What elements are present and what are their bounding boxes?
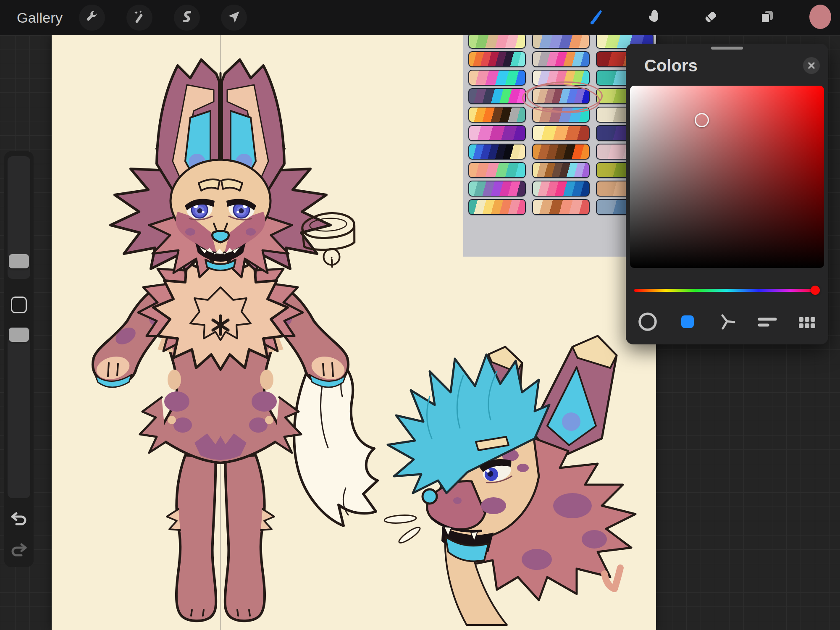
top-toolbar: Gallery	[0, 0, 840, 35]
undo-button[interactable]	[10, 511, 28, 528]
palette-card[interactable]	[468, 144, 526, 160]
magic-wand-icon	[132, 10, 147, 26]
nose	[212, 231, 228, 243]
left-leg	[176, 455, 216, 621]
palette-card[interactable]	[532, 51, 590, 67]
transform-arrow-icon	[227, 10, 241, 26]
value-mode-button[interactable]	[756, 312, 778, 333]
selection-button[interactable]	[174, 5, 200, 31]
classic-mode-button[interactable]	[677, 312, 698, 333]
headshot-nose	[423, 489, 437, 504]
harmony-mode-button[interactable]	[716, 312, 738, 333]
paintbrush-icon	[588, 8, 604, 27]
palettes-mode-icon	[796, 313, 816, 332]
palette-card[interactable]	[468, 181, 526, 197]
palette-card[interactable]	[532, 162, 590, 178]
palette-card[interactable]	[532, 35, 590, 49]
opacity-slider[interactable]	[8, 327, 30, 498]
colors-panel-title: Colors	[644, 56, 698, 75]
left-hip-tuft	[140, 397, 166, 453]
color-button[interactable]	[807, 5, 833, 31]
modify-button[interactable]	[11, 297, 27, 313]
opacity-handle[interactable]	[9, 328, 29, 342]
palette-card[interactable]	[468, 51, 526, 67]
brush-size-handle[interactable]	[9, 254, 29, 268]
right-knee-tuft	[261, 509, 274, 530]
value-mode-icon	[756, 312, 778, 333]
close-button[interactable]	[803, 57, 820, 74]
saturation-brightness-picker[interactable]	[630, 86, 824, 268]
palette-card[interactable]	[468, 162, 526, 178]
palette-card[interactable]	[532, 199, 590, 215]
disc-mode-icon	[638, 312, 658, 333]
brush-sidebar	[4, 151, 34, 567]
layers-icon	[759, 8, 775, 27]
palette-card[interactable]	[468, 107, 526, 123]
right-leg	[225, 455, 265, 621]
palettes-mode-button[interactable]	[795, 312, 817, 333]
palette-card[interactable]	[468, 125, 526, 141]
palette-card[interactable]	[468, 70, 526, 86]
hue-slider[interactable]	[634, 289, 820, 292]
palette-card[interactable]	[532, 181, 590, 197]
adjustments-button[interactable]	[126, 5, 152, 31]
palette-card[interactable]	[468, 35, 526, 49]
redo-button[interactable]	[10, 542, 28, 559]
eraser-icon	[702, 8, 719, 27]
palette-card[interactable]	[468, 199, 526, 215]
left-knee-tuft	[167, 509, 180, 530]
fullbody-character	[93, 60, 378, 621]
smudge-finger-icon	[644, 8, 661, 27]
paint-button[interactable]	[583, 5, 609, 31]
current-color-swatch	[808, 5, 832, 31]
wrench-icon	[85, 10, 99, 26]
palette-card[interactable]	[468, 88, 526, 104]
erase-button[interactable]	[698, 5, 724, 31]
selection-s-icon	[180, 10, 194, 26]
close-icon	[807, 61, 816, 70]
picker-cursor[interactable]	[695, 113, 709, 127]
palette-card[interactable]	[532, 125, 590, 141]
harmony-mode-icon	[717, 312, 737, 333]
drawing-canvas[interactable]	[52, 35, 656, 630]
brush-size-slider[interactable]	[8, 156, 30, 279]
actions-button[interactable]	[79, 5, 105, 31]
disc-mode-button[interactable]	[637, 312, 659, 333]
transform-button[interactable]	[221, 5, 247, 31]
palette-card[interactable]	[532, 144, 590, 160]
layers-button[interactable]	[754, 5, 780, 31]
color-mode-tabs	[626, 312, 828, 333]
gallery-button[interactable]: Gallery	[17, 0, 63, 35]
smudge-button[interactable]	[639, 5, 665, 31]
headshot-sketch	[384, 336, 635, 625]
panel-drag-handle[interactable]	[711, 47, 743, 50]
colors-panel: Colors	[626, 44, 828, 344]
classic-mode-icon	[677, 312, 698, 333]
motion-line	[384, 514, 416, 524]
hue-knob[interactable]	[811, 286, 820, 295]
motion-line	[397, 525, 422, 545]
